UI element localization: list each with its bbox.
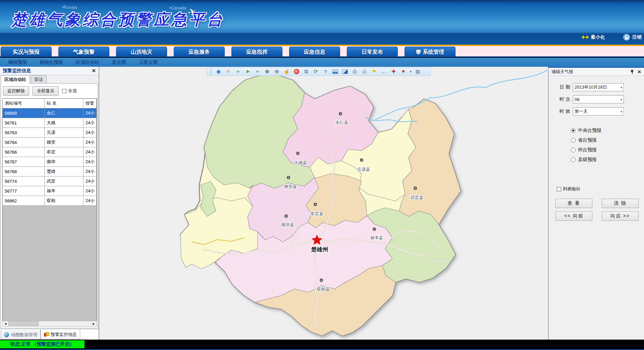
- refresh-icon[interactable]: ⟳: [311, 68, 320, 75]
- marker-pin-icon[interactable]: ⚑: [370, 68, 379, 75]
- tab-flood-geohazard[interactable]: 山洪地灾: [116, 47, 167, 57]
- pin-icon[interactable]: [631, 69, 634, 74]
- zoom-in-icon[interactable]: ⊕: [263, 68, 272, 75]
- table-row[interactable]: 56768楚雄24小: [3, 167, 97, 177]
- logout-button[interactable]: 注销: [623, 33, 642, 42]
- clear-button[interactable]: 清 除: [602, 199, 639, 208]
- minimize-button[interactable]: ✦✦ 最小化: [581, 33, 605, 42]
- panel-body: 监控解除 全部显示 全选 测站编号 站 名 报警 56669永仁24小 5676…: [1, 83, 98, 328]
- warning-blocks-icon: [44, 332, 49, 337]
- close-icon[interactable]: ✕: [92, 68, 96, 74]
- subnav-auto-station[interactable]: 区域自动站: [76, 59, 99, 65]
- hour-field-row: 时 次 08 ▾: [549, 95, 644, 103]
- county-label: 牟定县: [311, 211, 324, 216]
- county-label: 姚安县: [284, 184, 297, 189]
- prev-button[interactable]: << 向前: [555, 211, 592, 221]
- map-viewport[interactable]: 永仁县 大姚县 元谋县 姚安县 武定县 牟定县 南华县 禄丰县 双柏县 楚雄州 …: [100, 67, 547, 340]
- layers-dropdown-icon[interactable]: ▾: [409, 68, 413, 75]
- warning-monitor-panel: 预警监控信息 ✕ 区域自动站 雷达 监控解除 全部显示 全选 测站编号 站 名 …: [0, 67, 99, 340]
- unmonitor-button[interactable]: 监控解除: [3, 86, 29, 96]
- date-select[interactable]: 2013年10月16日 ▾: [573, 83, 624, 91]
- chevron-down-icon: ▾: [621, 110, 622, 113]
- sub-nav: 城镇预报 精细化预报 区域自动站 雷达图 卫星云图: [0, 58, 644, 67]
- print-icon[interactable]: ⎙: [350, 68, 359, 75]
- view-button[interactable]: 查 看: [555, 199, 592, 208]
- radio-prefecture-forecast[interactable]: 州台预报: [571, 147, 597, 153]
- county-label: 大姚县: [294, 160, 307, 165]
- county-label: 双柏县: [317, 287, 330, 292]
- tab-emergency-command[interactable]: 应急指挥: [231, 47, 282, 57]
- tab-map-data-management[interactable]: 地图数据管理: [1, 330, 41, 340]
- tab-daily-publish[interactable]: 日常发布: [347, 47, 398, 57]
- scroll-left-icon[interactable]: ◄: [3, 321, 8, 326]
- logout-label: 注销: [632, 34, 642, 40]
- map-image-icon[interactable]: [340, 68, 350, 75]
- county-label: 南华县: [281, 222, 294, 227]
- full-extent-icon[interactable]: ⧉: [302, 68, 311, 75]
- next-button[interactable]: 向后 >>: [602, 211, 639, 221]
- legend-icon[interactable]: ▦: [413, 68, 422, 75]
- subnav-radar-image[interactable]: 雷达图: [112, 59, 126, 65]
- subnav-town-forecast[interactable]: 城镇预报: [8, 59, 27, 65]
- panel-titlebar: 预警监控信息 ✕: [0, 67, 99, 75]
- select-polygon-icon[interactable]: ➢: [233, 68, 243, 75]
- list-output-checkbox[interactable]: 列表输出: [557, 186, 580, 192]
- export-image-icon[interactable]: [331, 68, 340, 75]
- scrollbar-thumb[interactable]: [8, 321, 39, 326]
- tab-emergency-info[interactable]: 应急信息: [289, 47, 340, 57]
- radio-county-forecast[interactable]: 县级预报: [571, 157, 597, 163]
- identify-icon[interactable]: ?: [321, 68, 330, 75]
- shield-icon: [416, 49, 421, 55]
- station-table: 测站编号 站 名 报警 56669永仁24小 56761大姚24小 56763元…: [2, 98, 97, 325]
- table-row[interactable]: 56763元谋24小: [3, 128, 97, 138]
- measure-icon[interactable]: ✐: [224, 68, 233, 75]
- scroll-right-icon[interactable]: ►: [91, 321, 97, 326]
- tab-weather-warning[interactable]: 气象预警: [58, 47, 109, 57]
- stop-icon[interactable]: ✕: [292, 68, 301, 75]
- table-row[interactable]: 56766牟定24小: [3, 147, 97, 157]
- validity-select[interactable]: 第一天 ▾: [573, 107, 624, 115]
- map-toolbar: ◉✐➢➤➣⊕⊖☝✕⧉⟳?⎙⎙⚑←✚✷▾▦: [207, 67, 431, 76]
- prefecture-label: 楚雄州: [311, 246, 328, 253]
- table-row[interactable]: 56761大姚24小: [3, 118, 97, 128]
- subnav-satellite-cloud[interactable]: 卫星云图: [139, 59, 158, 65]
- tab-region-auto-station[interactable]: 区域自动站: [1, 75, 30, 84]
- table-row[interactable]: 56767南华24小: [3, 157, 97, 167]
- river-line: [375, 70, 547, 120]
- pan-hand-icon[interactable]: ☝: [282, 68, 291, 75]
- show-all-button[interactable]: 全部显示: [33, 86, 59, 96]
- close-icon[interactable]: ✕: [637, 69, 641, 74]
- tab-emergency-service[interactable]: 应急服务: [174, 47, 225, 57]
- minimize-label: 最小化: [591, 34, 605, 40]
- horizontal-scrollbar[interactable]: ◄ ►: [2, 321, 97, 327]
- tab-radar[interactable]: 雷达: [31, 75, 47, 83]
- table-row[interactable]: 56764姚安24小: [3, 138, 97, 147]
- tab-warning-monitor-info[interactable]: 预警监控信息: [41, 329, 80, 340]
- tab-system-admin[interactable]: 系统管理: [405, 47, 455, 57]
- table-row[interactable]: 56862双柏24小: [3, 196, 97, 206]
- hour-select[interactable]: 08 ▾: [573, 95, 624, 103]
- tab-live-forecast[interactable]: 实况与预报: [1, 47, 52, 57]
- globe-icon[interactable]: ◉: [214, 68, 223, 75]
- radio-icon: [571, 148, 576, 152]
- radio-central-forecast[interactable]: 中央台预报: [571, 128, 601, 134]
- table-row[interactable]: 56777禄丰24小: [3, 186, 97, 196]
- overlay-add-icon[interactable]: ✚: [389, 68, 398, 75]
- subnav-fine-forecast[interactable]: 精细化预报: [40, 59, 63, 65]
- print-setup-icon[interactable]: ⎙: [360, 68, 369, 75]
- table-row[interactable]: 56669永仁24小: [3, 108, 97, 118]
- select-all-checkbox[interactable]: 全选: [62, 88, 77, 94]
- radio-icon: [571, 138, 576, 143]
- zoom-out-icon[interactable]: ⊖: [272, 68, 281, 75]
- back-icon[interactable]: ←: [379, 68, 388, 75]
- flash-star-icon[interactable]: ✷: [399, 68, 408, 75]
- date-label: 日 期: [549, 84, 573, 90]
- checkbox-icon: [62, 89, 66, 93]
- select-lasso-icon[interactable]: ➣: [253, 68, 262, 75]
- select-pointer-icon[interactable]: ➤: [243, 68, 252, 75]
- table-row[interactable]: 56774武定24小: [3, 177, 97, 186]
- panel-title: 预警监控信息: [3, 68, 31, 74]
- chevron-down-icon: ▾: [621, 86, 622, 89]
- radio-province-forecast[interactable]: 省台预报: [571, 137, 597, 143]
- county-label: 武定县: [410, 195, 424, 200]
